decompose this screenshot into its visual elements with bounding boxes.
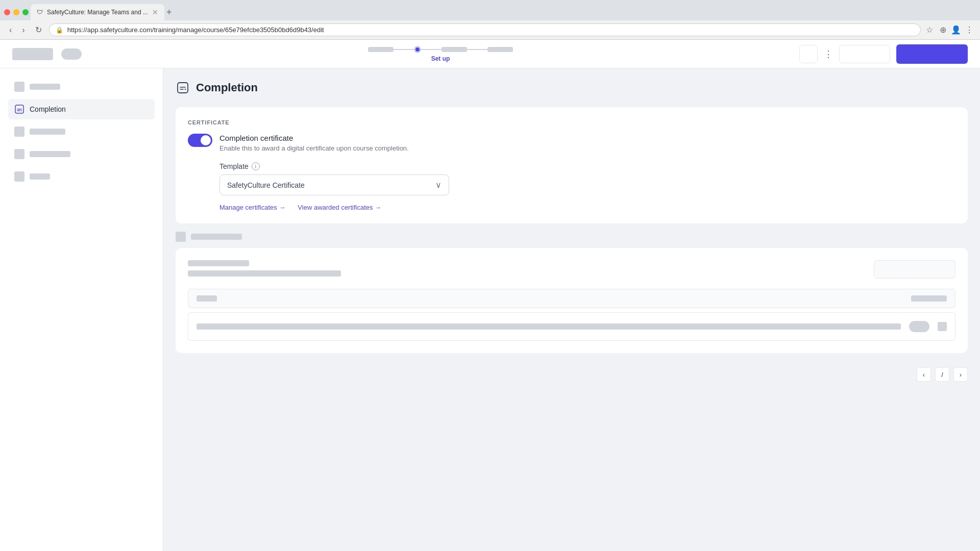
loading-table-row	[188, 312, 955, 341]
tab-favicon: 🛡	[37, 9, 43, 16]
url-text: https://app.safetyculture.com/training/m…	[67, 26, 914, 34]
minimize-traffic-light[interactable]	[13, 9, 19, 15]
step-2-dot	[414, 46, 421, 53]
main-layout: Completion	[0, 68, 980, 551]
back-button[interactable]: ‹	[6, 24, 15, 36]
app-container: Set up ⋮	[0, 40, 980, 551]
certificate-links-row: Manage certificates → View awarded certi…	[219, 204, 955, 211]
sidebar-icon-5	[14, 171, 24, 182]
tab-close-button[interactable]: ✕	[152, 8, 158, 16]
svg-rect-2	[178, 83, 188, 93]
secure-icon: 🔒	[56, 27, 63, 34]
bookmark-icon[interactable]: ☆	[925, 26, 934, 35]
forward-button[interactable]: ›	[19, 24, 28, 36]
loading-search-input[interactable]	[874, 260, 955, 279]
sidebar-item-1[interactable]	[8, 77, 155, 97]
next-page-button[interactable]: ›	[953, 367, 968, 382]
loading-row-checkbox[interactable]	[938, 322, 947, 331]
completion-certificate-toggle[interactable]	[188, 134, 212, 147]
page-number: /	[941, 371, 943, 379]
tab-bar: 🛡 SafetyCulture: Manage Teams and ... ✕ …	[0, 0, 980, 20]
sidebar-item-4[interactable]	[8, 144, 155, 164]
page-title: Completion	[196, 81, 258, 94]
new-tab-button[interactable]: +	[166, 7, 172, 18]
template-select-dropdown[interactable]: SafetyCulture Certificate ∨	[219, 174, 449, 195]
loading-row-text	[197, 323, 901, 330]
active-tab[interactable]: 🛡 SafetyCulture: Manage Teams and ... ✕	[31, 4, 164, 20]
step-3-placeholder	[442, 47, 467, 52]
address-bar-row: ‹ › ↻ 🔒 https://app.safetyculture.com/tr…	[0, 20, 980, 39]
loading-section	[176, 232, 968, 353]
browser-actions: ☆ ⊕ 👤 ⋮	[925, 26, 974, 35]
loading-bar-2	[188, 270, 341, 277]
sidebar-icon-1	[14, 82, 24, 92]
loading-header-text	[191, 234, 242, 240]
content-area: Completion CERTIFICATE Completion certif…	[163, 68, 980, 551]
template-label-row: Template i	[219, 162, 955, 170]
template-label-text: Template	[219, 162, 249, 170]
step-4-placeholder	[487, 47, 513, 52]
view-awarded-certificates-button[interactable]: View awarded certificates →	[298, 204, 381, 211]
loading-col-1	[197, 295, 217, 302]
sidebar-text-3	[30, 129, 65, 135]
template-info-icon[interactable]: i	[252, 162, 260, 170]
loading-header	[176, 232, 968, 242]
page-header-icon	[176, 81, 190, 95]
toggle-title: Completion certificate	[219, 134, 955, 142]
step-2-wrapper	[414, 46, 421, 53]
preview-button[interactable]	[799, 45, 818, 63]
top-nav-center: Set up	[368, 46, 513, 62]
loading-table-header	[188, 289, 955, 308]
sidebar: Completion	[0, 68, 163, 551]
svg-point-1	[21, 110, 22, 111]
top-nav-right: ⋮	[799, 44, 968, 64]
secondary-action-button[interactable]	[839, 45, 890, 63]
sidebar-text-1	[30, 84, 60, 90]
toggle-row: Completion certificate Enable this to aw…	[188, 134, 955, 152]
app-logo	[12, 48, 53, 60]
progress-steps	[368, 46, 513, 53]
sidebar-text-5	[30, 173, 50, 180]
view-awarded-label: View awarded certificates →	[298, 204, 381, 211]
step-connector-2	[421, 49, 442, 50]
certificate-section-label: CERTIFICATE	[188, 119, 955, 126]
fullscreen-traffic-light[interactable]	[22, 9, 29, 15]
primary-action-button[interactable]	[896, 44, 968, 64]
setup-step-label: Set up	[431, 55, 450, 62]
manage-certificates-button[interactable]: Manage certificates →	[219, 204, 285, 211]
sidebar-item-3[interactable]	[8, 121, 155, 142]
loading-card-header	[188, 260, 955, 279]
certificate-card: CERTIFICATE Completion certificate Enabl…	[176, 107, 968, 223]
sidebar-item-5[interactable]	[8, 166, 155, 187]
template-row: Template i SafetyCulture Certificate ∨	[188, 162, 955, 195]
page-header: Completion	[176, 81, 968, 95]
loading-card-title-area	[188, 260, 874, 279]
toggle-info: Completion certificate Enable this to aw…	[219, 134, 955, 152]
toggle-slider	[188, 134, 212, 147]
toggle-description: Enable this to award a digital certifica…	[219, 144, 955, 152]
loading-col-2	[911, 295, 947, 302]
svg-point-3	[185, 89, 186, 90]
sidebar-icon-3	[14, 127, 24, 137]
sidebar-icon-4	[14, 149, 24, 159]
prev-page-button[interactable]: ‹	[917, 367, 931, 382]
loading-row-toggle[interactable]	[909, 321, 929, 332]
extension-icon[interactable]: ⊕	[938, 26, 947, 35]
close-traffic-light[interactable]	[4, 9, 10, 15]
sidebar-item-completion[interactable]: Completion	[8, 99, 155, 119]
more-options-button[interactable]: ⋮	[824, 48, 833, 60]
loading-header-icon	[176, 232, 186, 242]
reload-button[interactable]: ↻	[32, 24, 45, 36]
menu-icon[interactable]: ⋮	[965, 26, 974, 35]
address-bar[interactable]: 🔒 https://app.safetyculture.com/training…	[49, 23, 921, 36]
tab-title: SafetyCulture: Manage Teams and ...	[47, 9, 148, 16]
steps-labels: Set up	[431, 55, 450, 62]
step-connector-3	[467, 49, 487, 50]
manage-certificates-label: Manage certificates →	[219, 204, 285, 211]
account-icon[interactable]: 👤	[951, 26, 961, 35]
completion-sidebar-icon	[14, 104, 24, 114]
page-indicator: /	[935, 367, 949, 382]
chevron-down-icon: ∨	[435, 180, 442, 190]
sidebar-text-4	[30, 151, 70, 157]
step-connector-1	[394, 49, 414, 50]
